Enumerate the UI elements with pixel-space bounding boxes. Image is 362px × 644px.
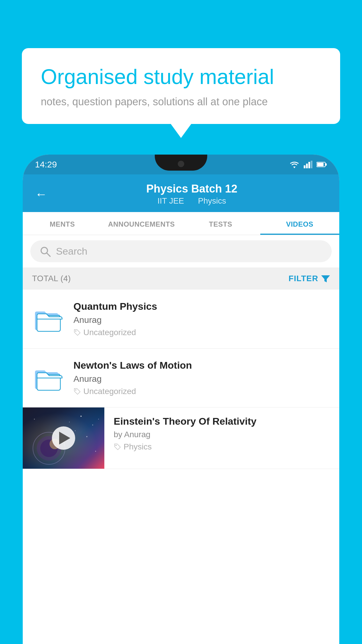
signal-icon bbox=[304, 161, 312, 168]
tab-videos[interactable]: VIDEOS bbox=[260, 212, 340, 235]
tabs-bar: MENTS ANNOUNCEMENTS TESTS VIDEOS bbox=[23, 212, 339, 235]
svg-point-27 bbox=[98, 419, 99, 419]
svg-line-8 bbox=[47, 253, 50, 256]
svg-rect-1 bbox=[306, 164, 308, 168]
header-title-block: Physics Batch 12 IIT JEE Physics bbox=[57, 183, 327, 206]
svg-point-12 bbox=[75, 330, 76, 332]
play-button[interactable] bbox=[52, 426, 75, 450]
status-icons bbox=[289, 161, 327, 168]
svg-rect-5 bbox=[325, 163, 327, 166]
svg-point-28 bbox=[115, 445, 117, 446]
svg-rect-3 bbox=[311, 161, 312, 168]
list-item[interactable]: Quantum Physics Anurag Uncategorized bbox=[23, 290, 339, 349]
svg-point-20 bbox=[80, 416, 82, 417]
video-tag-1: Uncategorized bbox=[73, 328, 330, 337]
tag-icon bbox=[114, 443, 121, 451]
phone-frame: 14:29 bbox=[23, 155, 339, 644]
video-author-3: by Anurag bbox=[114, 430, 331, 439]
filter-label: FILTER bbox=[289, 274, 318, 283]
svg-marker-9 bbox=[321, 275, 330, 282]
speech-bubble: Organised study material notes, question… bbox=[22, 48, 340, 124]
svg-point-22 bbox=[69, 422, 70, 422]
search-placeholder: Search bbox=[56, 246, 87, 257]
camera-dot bbox=[178, 161, 184, 167]
video-title-2: Newton's Laws of Motion bbox=[73, 360, 330, 371]
video-thumbnail-3 bbox=[23, 407, 104, 469]
folder-thumb-2 bbox=[32, 362, 64, 394]
svg-rect-2 bbox=[308, 162, 310, 168]
video-title-1: Quantum Physics bbox=[73, 301, 330, 312]
tag-icon bbox=[73, 329, 81, 336]
search-icon bbox=[40, 246, 51, 257]
video-info-1: Quantum Physics Anurag Uncategorized bbox=[73, 301, 330, 337]
header-title: Physics Batch 12 bbox=[57, 183, 327, 195]
search-bar-container: Search bbox=[23, 235, 339, 267]
battery-icon bbox=[317, 161, 327, 168]
total-count: TOTAL (4) bbox=[32, 274, 71, 283]
video-tag-3: Physics bbox=[114, 442, 331, 452]
video-author-2: Anurag bbox=[73, 374, 330, 384]
folder-icon bbox=[34, 304, 63, 334]
svg-point-26 bbox=[34, 419, 35, 420]
filter-icon bbox=[321, 274, 330, 283]
status-bar: 14:29 bbox=[23, 155, 339, 174]
svg-point-21 bbox=[92, 425, 93, 426]
video-info-3: Einstein's Theory Of Relativity by Anura… bbox=[104, 407, 339, 460]
phone-inner: 14:29 bbox=[23, 155, 339, 644]
tag-icon bbox=[73, 388, 81, 395]
video-title-3: Einstein's Theory Of Relativity bbox=[114, 416, 331, 427]
tab-tests[interactable]: TESTS bbox=[181, 212, 260, 235]
back-button[interactable]: ← bbox=[35, 187, 47, 201]
speech-bubble-container: Organised study material notes, question… bbox=[22, 48, 340, 124]
speech-bubble-heading: Organised study material bbox=[41, 64, 321, 89]
subtitle-iitjee: IIT JEE bbox=[157, 196, 184, 205]
video-info-2: Newton's Laws of Motion Anurag Uncategor… bbox=[73, 360, 330, 396]
list-item[interactable]: Newton's Laws of Motion Anurag Uncategor… bbox=[23, 349, 339, 407]
svg-point-15 bbox=[75, 389, 76, 391]
folder-thumb-1 bbox=[32, 303, 64, 335]
notch bbox=[155, 155, 207, 171]
video-list: Quantum Physics Anurag Uncategorized bbox=[23, 290, 339, 469]
tab-announcements[interactable]: ANNOUNCEMENTS bbox=[102, 212, 181, 235]
video-author-1: Anurag bbox=[73, 315, 330, 325]
subtitle-physics: Physics bbox=[198, 196, 226, 205]
svg-rect-0 bbox=[304, 165, 305, 168]
filter-button[interactable]: FILTER bbox=[289, 274, 330, 283]
filter-bar: TOTAL (4) FILTER bbox=[23, 267, 339, 290]
svg-point-23 bbox=[86, 436, 87, 437]
folder-icon bbox=[34, 363, 63, 393]
tab-ments[interactable]: MENTS bbox=[23, 212, 102, 235]
svg-point-24 bbox=[95, 451, 96, 452]
svg-point-25 bbox=[75, 430, 75, 431]
header-subtitle: IIT JEE Physics bbox=[57, 196, 327, 206]
list-item[interactable]: Einstein's Theory Of Relativity by Anura… bbox=[23, 407, 339, 469]
app-header: ← Physics Batch 12 IIT JEE Physics bbox=[23, 174, 339, 212]
status-time: 14:29 bbox=[35, 160, 57, 169]
video-tag-2: Uncategorized bbox=[73, 387, 330, 396]
wifi-icon bbox=[289, 161, 300, 168]
speech-bubble-subtext: notes, question papers, solutions all at… bbox=[41, 96, 321, 108]
search-bar[interactable]: Search bbox=[30, 240, 332, 262]
svg-rect-6 bbox=[317, 163, 324, 166]
play-triangle bbox=[59, 432, 70, 444]
